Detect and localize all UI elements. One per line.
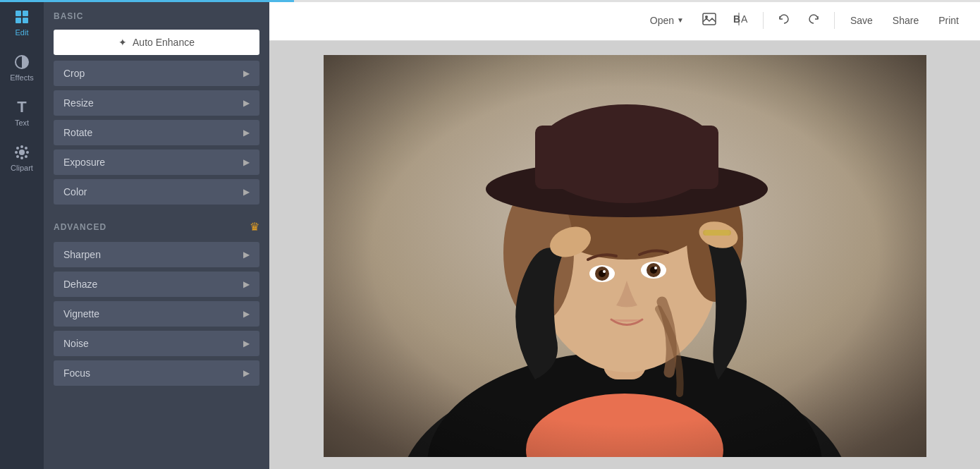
svg-point-6 <box>20 145 23 148</box>
dehaze-row[interactable]: Dehaze ▶ <box>54 272 259 297</box>
resize-chevron-icon: ▶ <box>243 98 250 108</box>
svg-rect-2 <box>16 18 21 23</box>
toolbar: Open ▼ B A <box>269 0 980 41</box>
canvas-area <box>269 41 980 469</box>
resize-label: Resize <box>63 97 94 109</box>
svg-rect-14 <box>703 13 716 25</box>
panel: BASIC ✦ Auto Enhance Crop ▶ Resize ▶ Rot… <box>44 0 269 469</box>
edit-icon <box>13 8 30 25</box>
toolbar-divider-2 <box>834 12 835 29</box>
open-button[interactable]: Open ▼ <box>643 11 691 30</box>
svg-point-12 <box>16 155 19 158</box>
sidebar-item-text[interactable]: T Text <box>0 90 44 135</box>
share-button[interactable]: Share <box>886 11 926 30</box>
noise-chevron-icon: ▶ <box>243 339 250 348</box>
color-chevron-icon: ▶ <box>243 187 250 197</box>
crown-icon: ♛ <box>250 220 259 233</box>
sidebar-item-text-label: Text <box>15 118 29 127</box>
main-area: Open ▼ B A <box>269 0 980 469</box>
sidebar-item-edit-label: Edit <box>16 28 29 37</box>
svg-point-13 <box>25 147 27 150</box>
redo-button[interactable] <box>802 8 826 32</box>
rotate-label: Rotate <box>63 127 92 138</box>
color-label: Color <box>63 186 87 197</box>
exposure-row[interactable]: Exposure ▶ <box>54 150 259 175</box>
sharpen-label: Sharpen <box>63 249 101 260</box>
text-swap-icon-button[interactable]: B A <box>728 8 754 32</box>
crop-chevron-icon: ▶ <box>243 68 250 78</box>
svg-point-8 <box>15 151 18 154</box>
sidebar-icons: Edit Effects T Text <box>0 0 44 469</box>
auto-enhance-label: Auto Enhance <box>133 37 195 48</box>
sidebar-item-effects[interactable]: Effects <box>0 45 44 90</box>
focus-label: Focus <box>63 367 90 379</box>
resize-row[interactable]: Resize ▶ <box>54 90 259 116</box>
focus-chevron-icon: ▶ <box>243 368 250 378</box>
sharpen-chevron-icon: ▶ <box>243 250 250 260</box>
svg-text:B: B <box>733 13 740 25</box>
vignette-row[interactable]: Vignette ▶ <box>54 301 259 327</box>
noise-row[interactable]: Noise ▶ <box>54 331 259 356</box>
advanced-header: ADVANCED ♛ <box>54 220 259 233</box>
photo-container <box>324 55 926 457</box>
svg-point-5 <box>19 150 25 155</box>
save-button[interactable]: Save <box>843 11 880 30</box>
noise-label: Noise <box>63 338 89 349</box>
color-row[interactable]: Color ▶ <box>54 179 259 205</box>
basic-section-title: BASIC <box>54 11 259 21</box>
sharpen-row[interactable]: Sharpen ▶ <box>54 242 259 267</box>
save-label: Save <box>850 15 873 26</box>
undo-button[interactable] <box>772 8 796 32</box>
open-dropdown-icon: ▼ <box>677 16 684 24</box>
image-icon-button[interactable] <box>697 8 722 32</box>
clipart-icon <box>13 144 30 161</box>
portrait-svg <box>324 55 926 457</box>
sidebar-item-effects-label: Effects <box>10 73 33 82</box>
svg-point-11 <box>25 155 27 158</box>
svg-rect-45 <box>324 55 926 457</box>
advanced-section-title: ADVANCED <box>54 222 106 232</box>
sidebar-item-clipart-label: Clipart <box>11 164 33 172</box>
print-label: Print <box>938 15 959 26</box>
crop-label: Crop <box>63 68 85 79</box>
rotate-chevron-icon: ▶ <box>243 128 250 138</box>
sidebar-item-clipart[interactable]: Clipart <box>0 135 44 181</box>
svg-point-10 <box>16 147 19 150</box>
effects-icon <box>13 54 30 71</box>
share-label: Share <box>893 15 919 26</box>
sidebar-item-edit[interactable]: Edit <box>0 0 44 45</box>
open-label: Open <box>650 15 674 26</box>
loading-bar <box>0 0 980 2</box>
auto-enhance-button[interactable]: ✦ Auto Enhance <box>54 30 259 55</box>
svg-text:A: A <box>741 13 748 25</box>
exposure-label: Exposure <box>63 157 105 168</box>
rotate-row[interactable]: Rotate ▶ <box>54 120 259 145</box>
print-button[interactable]: Print <box>931 11 966 30</box>
vignette-chevron-icon: ▶ <box>243 309 250 319</box>
svg-rect-3 <box>23 18 28 23</box>
vignette-label: Vignette <box>63 308 99 319</box>
text-icon: T <box>13 99 30 116</box>
auto-enhance-star-icon: ✦ <box>118 37 127 48</box>
loading-progress <box>0 0 294 2</box>
dehaze-chevron-icon: ▶ <box>243 279 250 289</box>
focus-row[interactable]: Focus ▶ <box>54 360 259 386</box>
svg-rect-0 <box>16 11 21 16</box>
svg-rect-1 <box>23 11 28 16</box>
svg-point-9 <box>26 151 29 154</box>
svg-point-7 <box>20 157 23 159</box>
exposure-chevron-icon: ▶ <box>243 157 250 167</box>
toolbar-divider-1 <box>763 12 764 29</box>
dehaze-label: Dehaze <box>63 279 97 290</box>
crop-row[interactable]: Crop ▶ <box>54 61 259 86</box>
